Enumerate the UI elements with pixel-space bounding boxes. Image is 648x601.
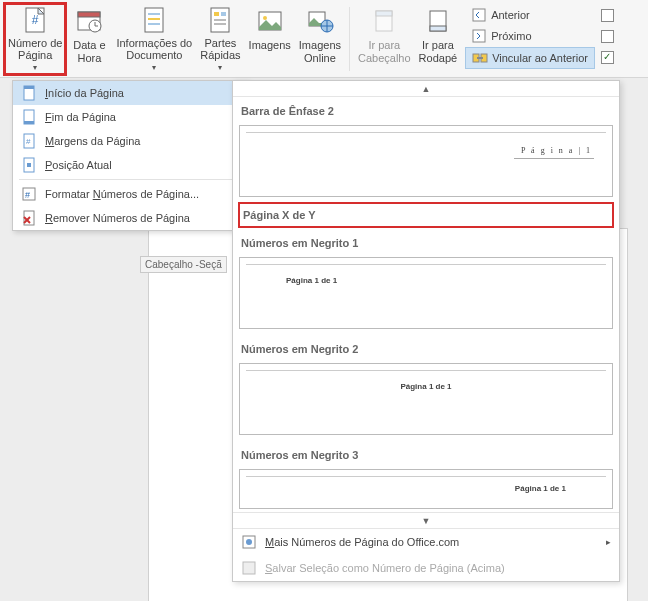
header-section-tag: Cabeçalho -Seçã	[140, 256, 227, 273]
svg-text:#: #	[32, 13, 39, 27]
page-number-gallery: ▲ Barra de Ênfase 2 P á g i n a | 1 Pági…	[232, 80, 620, 582]
category-bold-3: Números em Negrito 3	[239, 441, 613, 465]
menu-remove-label: Remover Números de Página	[45, 212, 190, 224]
images-label: Imagens	[249, 39, 291, 52]
menu-position-label: Posição Atual	[45, 159, 112, 171]
link-icon	[472, 50, 488, 66]
svg-point-39	[246, 539, 252, 545]
menu-bottom-label: Fim da Página	[45, 111, 116, 123]
preview-text: Página 1 de 1	[286, 276, 337, 285]
svg-rect-7	[148, 18, 160, 20]
svg-rect-28	[24, 86, 34, 89]
more-office-label: Mais Números de Página do Office.com	[265, 536, 459, 548]
svg-rect-30	[24, 121, 34, 124]
doc-info-label: Informações do Documento	[116, 37, 192, 62]
doc-info-button[interactable]: Informações do Documento ▾	[112, 3, 196, 75]
link-previous-label: Vincular ao Anterior	[492, 52, 588, 64]
preview-bold-1[interactable]: Página 1 de 1	[239, 257, 613, 329]
previous-label: Anterior	[491, 9, 530, 21]
office-icon	[241, 534, 257, 550]
checkbox-3[interactable]	[601, 51, 614, 64]
category-bold-1: Números em Negrito 1	[239, 229, 613, 253]
menu-page-margins[interactable]: # Margens da Página ▸	[13, 129, 248, 153]
dropdown-arrow-icon: ▾	[152, 63, 156, 72]
date-time-label: Data e Hora	[73, 39, 105, 64]
nav-stack: Anterior Próximo Vincular ao Anterior	[465, 3, 595, 69]
svg-rect-8	[148, 23, 160, 25]
go-footer-button[interactable]: Ir para Rodapé	[415, 3, 462, 75]
go-footer-icon	[422, 5, 454, 37]
svg-rect-23	[473, 30, 485, 42]
gallery-body: Barra de Ênfase 2 P á g i n a | 1 Página…	[233, 97, 619, 512]
checkbox-2[interactable]	[601, 30, 614, 43]
remove-numbers-icon	[21, 210, 37, 226]
menu-format-numbers[interactable]: # Formatar Números de Página...	[13, 182, 248, 206]
svg-rect-3	[78, 12, 100, 17]
svg-rect-22	[473, 9, 485, 21]
preview-emphasis-2[interactable]: P á g i n a | 1	[239, 125, 613, 197]
menu-remove-numbers[interactable]: Remover Números de Página	[13, 206, 248, 230]
menu-current-position[interactable]: Posição Atual ▸	[13, 153, 248, 177]
checkbox-1[interactable]	[601, 9, 614, 22]
page-number-menu: Início da Página ▸ Fim da Página ▸ # Mar…	[12, 80, 249, 231]
gallery-footer: Mais Números de Página do Office.com ▸ S…	[233, 528, 619, 581]
svg-rect-6	[148, 13, 160, 15]
images-icon	[254, 5, 286, 37]
svg-text:#: #	[25, 190, 30, 200]
next-label: Próximo	[491, 30, 531, 42]
previous-button[interactable]: Anterior	[465, 5, 595, 25]
page-top-icon	[21, 85, 37, 101]
more-from-office[interactable]: Mais Números de Página do Office.com ▸	[233, 529, 619, 555]
next-icon	[471, 28, 487, 44]
page-bottom-icon	[21, 109, 37, 125]
ribbon: # Número de Página ▾ Data e Hora Informa…	[0, 0, 648, 78]
date-time-button[interactable]: Data e Hora	[66, 3, 112, 75]
svg-rect-40	[243, 562, 255, 574]
preview-text: Página 1 de 1	[400, 382, 451, 391]
save-selection-label: Salvar Seleção como Número de Página (Ac…	[265, 562, 505, 574]
category-page-x-of-y: Página X de Y	[239, 203, 613, 227]
page-number-label: Número de Página	[8, 37, 62, 62]
gallery-scroll-up[interactable]: ▲	[233, 81, 619, 97]
gallery-scroll-down[interactable]: ▼	[233, 512, 619, 528]
svg-rect-19	[376, 11, 392, 16]
next-button[interactable]: Próximo	[465, 26, 595, 46]
menu-top-label: Início da Página	[45, 87, 124, 99]
go-header-icon	[368, 5, 400, 37]
save-selection-icon	[241, 560, 257, 576]
category-bold-2: Números em Negrito 2	[239, 335, 613, 359]
svg-rect-13	[214, 23, 226, 25]
save-selection: Salvar Seleção como Número de Página (Ac…	[233, 555, 619, 581]
format-numbers-icon: #	[21, 186, 37, 202]
svg-rect-12	[214, 19, 226, 21]
menu-format-label: Formatar Números de Página...	[45, 188, 199, 200]
images-online-label: Imagens Online	[299, 39, 341, 64]
menu-separator	[19, 179, 242, 180]
svg-rect-11	[221, 12, 226, 16]
svg-text:#: #	[26, 137, 31, 146]
menu-top-of-page[interactable]: Início da Página ▸	[13, 81, 248, 105]
preview-bold-3[interactable]: Página 1 de 1	[239, 469, 613, 509]
current-position-icon	[21, 157, 37, 173]
quickparts-button[interactable]: Partes Rápidas ▾	[196, 3, 244, 75]
svg-point-15	[263, 16, 267, 20]
images-online-button[interactable]: Imagens Online	[295, 3, 345, 75]
quickparts-icon	[204, 5, 236, 35]
menu-margins-label: Margens da Página	[45, 135, 140, 147]
dropdown-arrow-icon: ▾	[33, 63, 37, 72]
svg-rect-26	[477, 57, 483, 59]
preview-bold-2[interactable]: Página 1 de 1	[239, 363, 613, 435]
link-previous-button[interactable]: Vincular ao Anterior	[465, 47, 595, 69]
menu-bottom-of-page[interactable]: Fim da Página ▸	[13, 105, 248, 129]
preview-text: Página 1 de 1	[515, 484, 566, 493]
images-button[interactable]: Imagens	[245, 3, 295, 75]
page-number-button[interactable]: # Número de Página ▾	[4, 3, 66, 75]
go-footer-label: Ir para Rodapé	[419, 39, 458, 64]
go-header-button[interactable]: Ir para Cabeçalho	[354, 3, 415, 75]
group-separator	[349, 7, 350, 71]
prev-icon	[471, 7, 487, 23]
preview-text: P á g i n a | 1	[521, 146, 592, 155]
svg-rect-10	[214, 12, 219, 16]
quickparts-label: Partes Rápidas	[200, 37, 240, 62]
svg-rect-34	[27, 163, 31, 167]
